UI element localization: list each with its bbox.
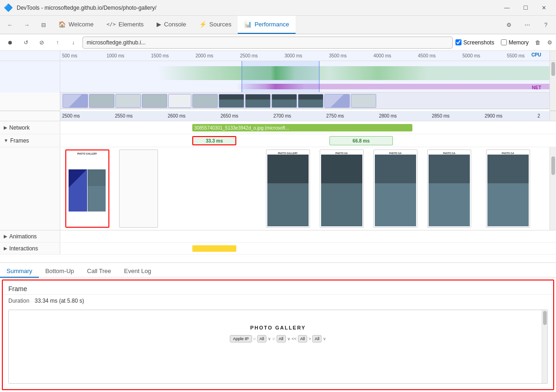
tab-call-tree[interactable]: Call Tree	[81, 265, 118, 278]
network-track-content[interactable]: 30855740301_5133e3942d_o.jpg (microsoft.…	[60, 121, 550, 134]
tab-performance-label: Performance	[254, 21, 289, 28]
screenshot-thumb-10[interactable]	[298, 94, 323, 108]
record-button[interactable]: ⏺	[4, 36, 17, 49]
frames-chevron[interactable]: ▼	[4, 138, 8, 143]
screenshot-thumb-5[interactable]	[168, 94, 191, 108]
toolbar-btn-all-4[interactable]: All	[312, 335, 322, 342]
tab-performance[interactable]: 📊 Performance	[238, 16, 295, 34]
console-icon: ▶	[157, 21, 161, 28]
animations-chevron[interactable]: ▶	[4, 234, 7, 239]
frame-ss-6[interactable]: PHOTO GA	[427, 149, 471, 228]
graph-scrollbar-thumb[interactable]	[551, 62, 555, 76]
screenshot-thumb-9[interactable]	[272, 94, 297, 108]
tab-summary[interactable]: Summary	[0, 265, 39, 278]
addressbar: ⏺ ↺ ⊘ ↑ ↓ Screenshots Memory 🗑 ⚙	[0, 34, 556, 51]
toolbar-btn-all-1[interactable]: All	[257, 335, 266, 342]
delete-button[interactable]: 🗑	[535, 39, 541, 46]
detail-ss-scrollbar-thumb[interactable]	[543, 311, 547, 325]
interactions-bar[interactable]	[192, 245, 236, 252]
ruler-label-5000: 5000 ms	[461, 53, 505, 58]
zoom-label-2550: 2550 ms	[113, 113, 166, 118]
toolbar-separator-1: ○	[253, 336, 256, 341]
toolbar-btn-all-3[interactable]: All	[298, 335, 307, 342]
tab-elements[interactable]: </> Elements	[100, 16, 150, 34]
interactions-chevron[interactable]: ▶	[4, 246, 7, 251]
animations-label: Animations	[9, 233, 37, 240]
screenshot-thumb-4[interactable]	[142, 94, 167, 108]
forward-button[interactable]: →	[19, 16, 35, 34]
interactions-track: ▶ Interactions	[0, 243, 556, 255]
screenshots-checkbox[interactable]	[455, 39, 461, 45]
screenshot-thumb-1[interactable]	[63, 94, 88, 108]
dock-button[interactable]: ⊟	[35, 16, 52, 34]
selection-region[interactable]	[241, 61, 320, 92]
tab-bottom-up[interactable]: Bottom-Up	[39, 265, 81, 278]
frame-ss-5[interactable]: PHOTO GA	[373, 149, 417, 228]
frame-ss-1-selected[interactable]: PHOTO GALLERY	[65, 149, 109, 228]
address-input[interactable]	[82, 37, 453, 49]
frame-ss-3[interactable]: PHOTO GALLERY	[266, 149, 310, 228]
screenshot-thumb-6[interactable]	[192, 94, 218, 108]
network-bar[interactable]: 30855740301_5133e3942d_o.jpg (microsoft.…	[192, 124, 412, 131]
cpu-graph[interactable]: NET	[60, 61, 550, 93]
titlebar-left: 🔷 DevTools - microsoftedge.github.io/Dem…	[4, 3, 156, 12]
interactions-track-content[interactable]	[60, 243, 550, 254]
detail-screenshot-area[interactable]: PHOTO GALLERY Apple IP ○ All ∨ ○ All ∨ <…	[8, 310, 548, 384]
frames-track-label: ▼ Frames	[0, 134, 60, 147]
frame-ss-7[interactable]: PHOTO GA	[486, 149, 530, 228]
settings-button[interactable]: ⚙	[500, 22, 517, 28]
memory-checkbox-group[interactable]: Memory	[501, 39, 529, 46]
tab-event-log[interactable]: Event Log	[118, 265, 158, 278]
screenshot-thumb-11[interactable]	[324, 94, 350, 108]
more-button[interactable]: ⋯	[519, 22, 536, 28]
network-track-label: ▶ Network	[0, 121, 60, 134]
detail-frame-title: Frame	[3, 280, 553, 295]
download-button[interactable]: ↓	[67, 36, 80, 49]
tab-console[interactable]: ▶ Console	[150, 16, 193, 34]
frame-ss-4[interactable]: PHOTO GA	[320, 149, 364, 228]
frame-ss-scrollbar-thumb[interactable]	[551, 156, 555, 175]
upload-button[interactable]: ↑	[51, 36, 64, 49]
clear-button[interactable]: ⊘	[35, 36, 48, 49]
screenshot-thumb-2[interactable]	[89, 94, 114, 108]
toolbar-btn-all-2[interactable]: All	[277, 335, 286, 342]
cpu-left-spacer	[0, 61, 60, 93]
minimize-button[interactable]: —	[499, 5, 515, 11]
tab-sources[interactable]: ⚡ Sources	[193, 16, 238, 34]
detail-panel: Frame Duration 33.34 ms (at 5.80 s) PHOT…	[2, 280, 554, 390]
screenshots-label: Screenshots	[463, 39, 494, 46]
detail-ss-toolbar: Apple IP ○ All ∨ ○ All ∨ << All > All ∨	[230, 335, 327, 342]
ruler-label-2500: 2500 ms	[238, 53, 283, 58]
zoom-ruler-labels: 2500 ms 2550 ms 2600 ms 2650 ms 2700 ms …	[60, 113, 550, 118]
ruler-label-1000: 1000 ms	[105, 53, 149, 58]
frame-ss-2[interactable]	[119, 149, 158, 228]
toolbar-btn-apple-ip[interactable]: Apple IP	[230, 335, 252, 342]
reload-button[interactable]: ↺	[19, 36, 32, 49]
screenshot-thumb-8[interactable]	[245, 94, 271, 108]
screenshots-checkbox-group[interactable]: Screenshots	[455, 39, 494, 46]
screenshots-label-left	[0, 93, 60, 111]
animations-track-content[interactable]	[60, 230, 550, 242]
detail-duration-row: Duration 33.34 ms (at 5.80 s)	[3, 295, 553, 307]
screenshot-thumb-3[interactable]	[115, 94, 141, 108]
frames-label: Frames	[10, 137, 29, 144]
capture-settings-button[interactable]: ⚙	[547, 39, 552, 46]
back-button[interactable]: ←	[2, 16, 19, 34]
screenshot-thumb-7[interactable]	[219, 94, 244, 108]
memory-checkbox[interactable]	[501, 39, 507, 45]
network-chevron[interactable]: ▶	[4, 125, 7, 130]
close-button[interactable]: ✕	[536, 5, 552, 11]
zoom-ruler: 2500 ms 2550 ms 2600 ms 2650 ms 2700 ms …	[60, 111, 550, 121]
tab-welcome[interactable]: 🏠 Welcome	[52, 16, 100, 34]
maximize-button[interactable]: ☐	[517, 5, 534, 11]
screenshot-thumb-12[interactable]	[351, 94, 376, 108]
interactions-track-label: ▶ Interactions	[0, 243, 60, 254]
frame-bar-2[interactable]: 66.8 ms	[329, 136, 393, 145]
ruler-label-1500: 1500 ms	[149, 53, 194, 58]
frames-track-content[interactable]: 33.3 ms 66.8 ms	[60, 134, 550, 147]
screenshots-strip[interactable]	[60, 93, 550, 109]
timeline-ruler: 500 ms 1000 ms 1500 ms 2000 ms 2500 ms 3…	[60, 51, 550, 61]
help-button[interactable]: ?	[537, 22, 554, 28]
net-label: NET	[532, 85, 541, 90]
frame-bar-selected[interactable]: 33.3 ms	[192, 136, 236, 145]
